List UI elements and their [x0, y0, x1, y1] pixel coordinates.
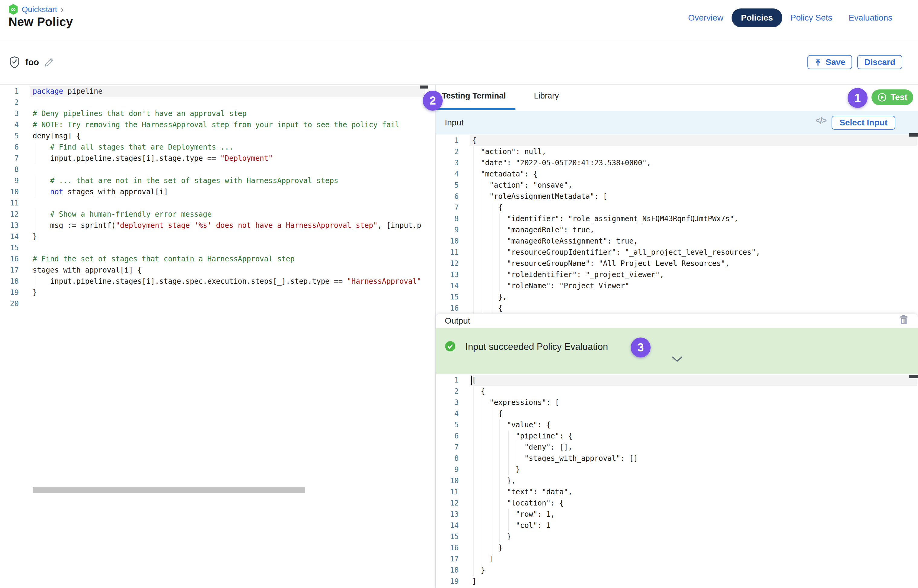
nav-policy-sets[interactable]: Policy Sets [782, 8, 840, 27]
output-section-header: Output [436, 313, 918, 328]
code-line-19: 19} [0, 287, 435, 298]
code-line-7: 7 "deny": [], [436, 442, 918, 453]
breadcrumb-link-quickstart[interactable]: Quickstart [22, 5, 57, 14]
line-number: 6 [436, 191, 459, 202]
code-view-icon[interactable]: </> [816, 116, 826, 125]
line-number: 2 [436, 146, 459, 157]
line-number: 16 [436, 543, 459, 554]
code-line-4: 4 { [436, 408, 918, 419]
code-line-6: 6 # Find all stages that are Deployments… [0, 142, 435, 153]
line-number: 18 [436, 565, 459, 576]
line-number: 1 [436, 135, 459, 146]
upload-icon [814, 58, 822, 66]
line-number: 13 [436, 509, 459, 520]
policy-name-row: foo [9, 56, 54, 69]
line-number: 5 [436, 180, 459, 191]
line-number: 14 [0, 231, 19, 242]
discard-button[interactable]: Discard [857, 55, 902, 69]
page-title: New Policy [8, 15, 73, 29]
code-line-3: 3 "expressions": [ [436, 397, 918, 408]
line-number: 15 [436, 531, 459, 543]
line-number: 10 [436, 475, 459, 486]
nav-evaluations[interactable]: Evaluations [840, 8, 900, 27]
discard-button-label: Discard [864, 57, 895, 67]
nav-policies[interactable]: Policies [732, 8, 782, 27]
line-number: 4 [0, 120, 19, 131]
code-line-1: 1package pipeline [0, 86, 435, 97]
code-line-11: 11 "resourceGroupIdentifier": "_all_proj… [436, 247, 918, 258]
tab-testing-terminal[interactable]: Testing Terminal [442, 91, 506, 101]
line-number: 17 [436, 554, 459, 565]
code-line-12: 12 "resourceGroupName": "All Project Lev… [436, 258, 918, 269]
code-line-13: 13 "roleIdentifier": "_project_viewer", [436, 269, 918, 280]
code-line-1: 1{ [436, 135, 918, 146]
active-tab-underline [437, 108, 516, 110]
code-line-17: 17stages_with_approval[i] { [0, 265, 435, 276]
code-line-16: 16 } [436, 543, 918, 554]
line-number: 8 [0, 164, 19, 175]
breadcrumb: ∞ Quickstart › [8, 4, 64, 15]
horizontal-scrollbar[interactable] [32, 487, 305, 493]
line-number: 6 [436, 431, 459, 442]
nav-overview[interactable]: Overview [680, 8, 732, 27]
code-line-17: 17 ] [436, 554, 918, 565]
line-number: 2 [0, 97, 19, 108]
code-line-18: 18 input.pipeline.stages[i].stage.spec.e… [0, 276, 435, 287]
code-line-11: 11 [0, 198, 435, 209]
clear-output-trash-icon[interactable] [900, 315, 908, 325]
line-number: 13 [436, 269, 459, 280]
select-input-button[interactable]: Select Input [832, 116, 895, 129]
line-number: 17 [0, 265, 19, 276]
policy-code-editor[interactable]: 1package pipeline23# Deny pipelines that… [0, 85, 435, 588]
output-title: Output [445, 316, 470, 326]
code-line-14: 14} [0, 231, 435, 242]
test-button[interactable]: Test [871, 89, 913, 105]
code-line-2: 2 [0, 97, 435, 108]
line-number: 9 [0, 175, 19, 186]
line-number: 3 [436, 397, 459, 408]
line-number: 16 [436, 303, 459, 313]
code-line-12: 12 "location": { [436, 498, 918, 509]
code-line-16: 16# Find the set of stages that contain … [0, 254, 435, 265]
tab-library[interactable]: Library [534, 91, 559, 101]
line-number: 8 [436, 453, 459, 464]
expand-chevron-down-icon[interactable] [671, 356, 683, 363]
code-line-19: 19] [436, 576, 918, 587]
output-code-editor[interactable]: 1[2 {3 "expressions": [4 {5 "value": {6 … [436, 374, 918, 587]
code-line-6: 6 "pipeline": { [436, 431, 918, 442]
header-divider [0, 39, 918, 39]
line-number: 12 [436, 258, 459, 269]
breadcrumb-separator: › [61, 5, 64, 13]
code-line-2: 2 "action": null, [436, 146, 918, 157]
line-number: 7 [436, 442, 459, 453]
policy-shield-icon [9, 56, 20, 69]
save-button[interactable]: Save [807, 55, 852, 69]
line-number: 5 [436, 419, 459, 431]
editor-scrollbar-thumb[interactable] [420, 86, 428, 89]
code-line-15: 15 }, [436, 292, 918, 303]
output-card: Output Input succeeded Policy Evaluation [436, 313, 918, 588]
code-line-15: 15 } [436, 531, 918, 543]
save-button-label: Save [826, 57, 845, 67]
line-number: 3 [436, 157, 459, 169]
evaluation-result-text: Input succeeded Policy Evaluation [465, 341, 608, 352]
code-line-10: 10 }, [436, 475, 918, 486]
app-window: ∞ Quickstart › New Policy Overview Polic… [0, 0, 918, 588]
code-line-16: 16 { [436, 303, 918, 313]
input-code-editor[interactable]: 1{2 "action": null,3 "date": "2022-05-05… [436, 134, 918, 313]
input-scrollbar-thumb[interactable] [909, 133, 918, 137]
line-number: 12 [436, 498, 459, 509]
annotation-step-3: 3 [630, 338, 651, 357]
output-scrollbar-thumb[interactable] [909, 375, 918, 378]
edit-pencil-icon[interactable] [44, 57, 54, 67]
code-line-8: 8 "identifier": "role_assignment_NsFQM43… [436, 213, 918, 225]
line-number: 16 [0, 254, 19, 265]
code-line-12: 12 # Show a human-friendly error message [0, 209, 435, 220]
code-line-14: 14 "col": 1 [436, 520, 918, 531]
line-number: 11 [436, 247, 459, 258]
line-number: 15 [0, 242, 19, 254]
code-line-9: 9 "managedRole": true, [436, 225, 918, 236]
code-line-7: 7 { [436, 202, 918, 213]
line-number: 4 [436, 169, 459, 180]
code-line-8: 8 "stages_with_approval": [] [436, 453, 918, 464]
